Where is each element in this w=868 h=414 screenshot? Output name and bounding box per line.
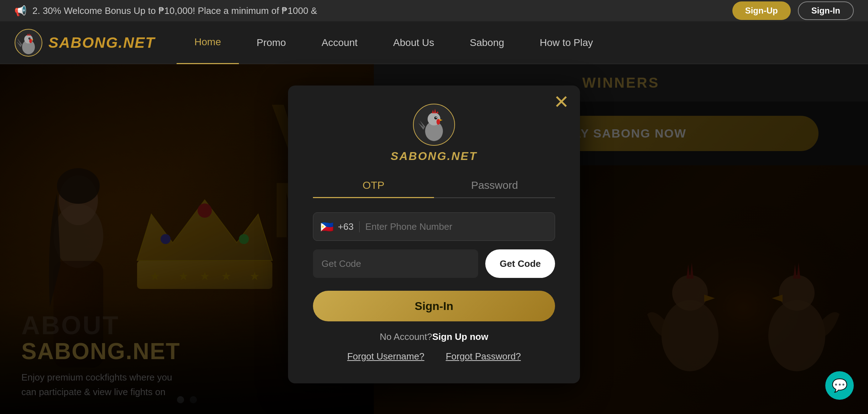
nav-account[interactable]: Account bbox=[304, 21, 375, 64]
country-code: +63 bbox=[338, 221, 360, 232]
signup-button[interactable]: Sign-Up bbox=[732, 1, 791, 20]
login-modal: ✕ SABONG.NET OTP Passw bbox=[288, 86, 580, 383]
phone-field-container: 🇵🇭 +63 bbox=[313, 212, 555, 241]
svg-point-33 bbox=[436, 117, 437, 118]
modal-logo-icon bbox=[413, 103, 455, 146]
modal-logo-text: SABONG.NET bbox=[391, 150, 477, 163]
flag-icon: 🇵🇭 bbox=[320, 221, 334, 233]
signin-button[interactable]: Sign-In bbox=[313, 291, 555, 321]
modal-close-button[interactable]: ✕ bbox=[554, 93, 569, 111]
logo-text: SABONG.NET bbox=[48, 34, 155, 51]
announcement-bar: 📢 2. 30% Welcome Bonus Up to ₱10,000! Pl… bbox=[0, 0, 868, 21]
svg-point-6 bbox=[29, 39, 32, 43]
nav-how-to-play[interactable]: How to Play bbox=[522, 21, 611, 64]
main-content: VIM ★ bbox=[0, 64, 868, 414]
modal-overlay: ✕ SABONG.NET OTP Passw bbox=[0, 64, 868, 414]
svg-point-34 bbox=[436, 119, 440, 125]
tab-password[interactable]: Password bbox=[434, 174, 555, 198]
phone-input[interactable] bbox=[365, 221, 548, 232]
main-nav: Home Promo Account About Us Sabong How t… bbox=[177, 21, 854, 64]
modal-logo: SABONG.NET bbox=[313, 103, 555, 163]
forgot-links: Forgot Username? Forgot Password? bbox=[313, 351, 555, 362]
svg-point-5 bbox=[30, 38, 30, 38]
nav-about-us[interactable]: About Us bbox=[375, 21, 452, 64]
code-row: Get Code bbox=[313, 249, 555, 278]
tab-otp[interactable]: OTP bbox=[313, 174, 434, 198]
auth-buttons: Sign-Up Sign-In bbox=[732, 1, 854, 20]
forgot-password-link[interactable]: Forgot Password? bbox=[446, 351, 521, 362]
no-account-text: No Account?Sign Up now bbox=[313, 331, 555, 342]
logo-area: SABONG.NET bbox=[14, 29, 155, 57]
forgot-username-link[interactable]: Forgot Username? bbox=[347, 351, 424, 362]
chat-button[interactable]: 💬 bbox=[825, 371, 854, 400]
header: SABONG.NET Home Promo Account About Us S… bbox=[0, 21, 868, 64]
nav-home[interactable]: Home bbox=[177, 21, 239, 64]
signup-now-link[interactable]: Sign Up now bbox=[432, 331, 488, 342]
modal-tabs: OTP Password bbox=[313, 174, 555, 198]
nav-sabong[interactable]: Sabong bbox=[452, 21, 522, 64]
announcement-left: 📢 2. 30% Welcome Bonus Up to ₱10,000! Pl… bbox=[14, 5, 317, 17]
announcement-icon: 📢 bbox=[14, 5, 27, 17]
logo-icon bbox=[14, 29, 43, 57]
get-code-button[interactable]: Get Code bbox=[485, 249, 555, 278]
announcement-text: 2. 30% Welcome Bonus Up to ₱10,000! Plac… bbox=[32, 5, 317, 16]
nav-promo[interactable]: Promo bbox=[239, 21, 304, 64]
get-code-input[interactable] bbox=[313, 249, 478, 278]
signin-top-button[interactable]: Sign-In bbox=[798, 1, 854, 20]
